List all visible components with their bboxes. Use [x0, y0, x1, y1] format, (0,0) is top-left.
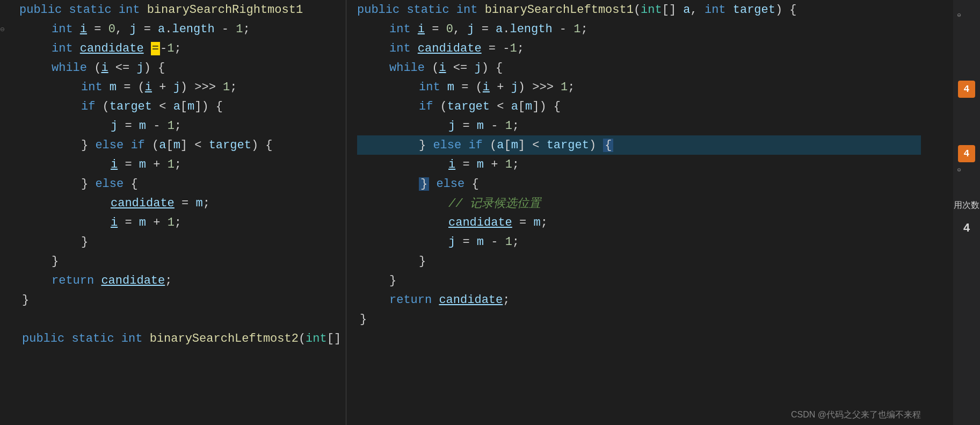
right-line-15: return candidate;	[357, 290, 921, 309]
right-line-1: int i = 0, j = a.length - 1;	[357, 19, 921, 39]
right-gutter-1: ⊖	[957, 5, 961, 25]
right-line-8: i = m + 1;	[357, 155, 921, 174]
right-line-4: int m = (i + j) >>> 1;	[357, 77, 921, 97]
right-line-16: }	[357, 309, 921, 329]
right-line-3: while (i <= j) {	[357, 58, 921, 77]
usage-label: 用次数	[954, 200, 979, 211]
gutter-icon-5	[0, 213, 12, 232]
gutter-icon-1: ⊖	[0, 19, 12, 39]
left-line-9: } else {	[19, 174, 346, 193]
right-line-10: // 记录候选位置	[357, 193, 921, 213]
left-function-header: public static int binarySearchRightmost1	[19, 0, 346, 19]
left-line-16: public static int binarySearchLeftmost2(…	[19, 329, 346, 348]
left-line-13: }	[19, 251, 346, 271]
gutter-icon-4	[0, 135, 12, 155]
left-line-blank	[19, 309, 346, 329]
left-line-1: int i = 0, j = a.length - 1;	[19, 19, 346, 39]
right-line-2: int candidate = -1;	[357, 39, 921, 58]
left-line-12: }	[19, 232, 346, 251]
gutter-icon-2	[0, 58, 12, 77]
right-line-14: }	[357, 271, 921, 290]
main-container: ⊖ public static int binarySearchRightmos…	[0, 0, 980, 425]
csdn-watermark: CSDN @代码之父来了也编不来程	[791, 409, 921, 421]
right-line-12: j = m - 1;	[357, 232, 921, 251]
right-line-9: } else {	[357, 174, 921, 193]
left-code-block: public static int binarySearchRightmost1…	[5, 0, 346, 348]
right-line-5: if (target < a[m]) {	[357, 97, 921, 116]
right-function-header: public static int binarySearchLeftmost1(…	[357, 0, 921, 19]
right-line-13: }	[357, 251, 921, 271]
right-line-6: j = m - 1;	[357, 116, 921, 135]
right-code-block: public static int binarySearchLeftmost1(…	[352, 0, 953, 329]
badge-label-text: 用次数	[954, 201, 979, 211]
left-line-3: while (i <= j) {	[19, 58, 346, 77]
left-line-14: return candidate;	[19, 271, 346, 290]
left-line-11: i = m + 1;	[19, 213, 346, 232]
left-line-7: } else if (a[m] < target) {	[19, 135, 346, 155]
left-panel: ⊖ public static int binarySearchRightmos…	[0, 0, 346, 425]
left-line-5: if (target < a[m]) {	[19, 97, 346, 116]
right-gutter-2: ⊖	[957, 160, 961, 179]
left-line-15: }	[19, 290, 346, 309]
left-line-2: int candidate =-1;	[19, 39, 346, 58]
left-line-10: candidate = m;	[19, 193, 346, 213]
right-line-7: } else if (a[m] < target) {	[357, 135, 921, 155]
sidebar-right: ⊖ ⊖ 4 4 用次数 4	[953, 0, 980, 425]
gutter-icon-6	[0, 251, 12, 271]
badge-num-4: 4	[963, 222, 970, 235]
left-line-6: j = m - 1;	[19, 116, 346, 135]
left-line-8: i = m + 1;	[19, 155, 346, 174]
right-panel: public static int binarySearchLeftmost1(…	[346, 0, 953, 425]
gutter-icon-3	[0, 77, 12, 97]
left-line-4: int m = (i + j) >>> 1;	[19, 77, 346, 97]
watermark-text: CSDN @代码之父来了也编不来程	[791, 410, 921, 419]
right-line-11: candidate = m;	[357, 213, 921, 232]
badge-num-value: 4	[963, 222, 970, 235]
